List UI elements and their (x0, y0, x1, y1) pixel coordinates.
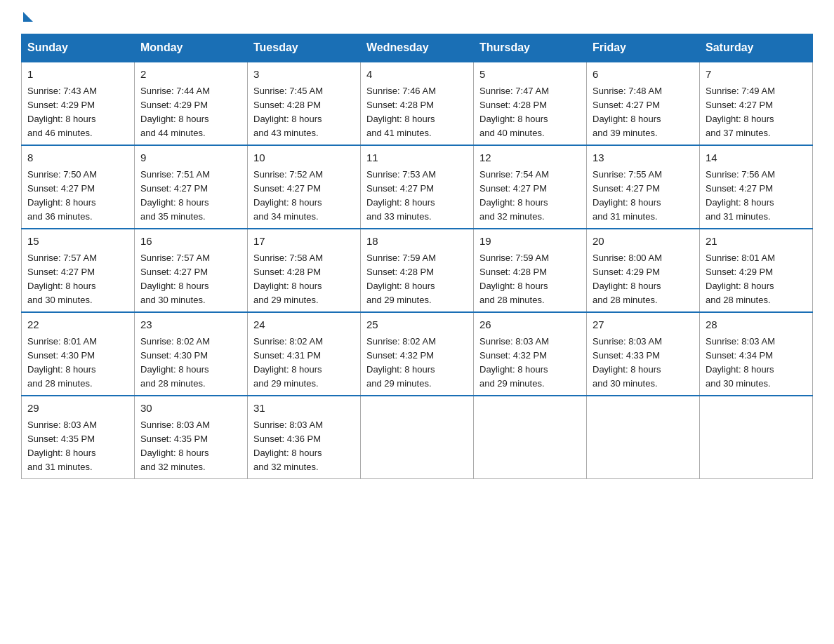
day-number: 26 (479, 317, 581, 333)
calendar-cell: 14Sunrise: 7:56 AMSunset: 4:27 PMDayligh… (700, 145, 813, 229)
calendar-cell: 3Sunrise: 7:45 AMSunset: 4:28 PMDaylight… (248, 62, 361, 145)
calendar-week-row: 29Sunrise: 8:03 AMSunset: 4:35 PMDayligh… (22, 396, 813, 479)
calendar-cell: 22Sunrise: 8:01 AMSunset: 4:30 PMDayligh… (22, 312, 135, 396)
calendar-cell: 1Sunrise: 7:43 AMSunset: 4:29 PMDaylight… (22, 62, 135, 145)
day-number: 15 (27, 234, 128, 250)
day-number: 13 (593, 150, 694, 166)
calendar-cell: 9Sunrise: 7:51 AMSunset: 4:27 PMDaylight… (135, 145, 248, 229)
calendar-week-row: 15Sunrise: 7:57 AMSunset: 4:27 PMDayligh… (22, 229, 813, 312)
day-info: Sunrise: 8:03 AMSunset: 4:35 PMDaylight:… (27, 418, 128, 475)
day-info: Sunrise: 7:48 AMSunset: 4:27 PMDaylight:… (593, 84, 694, 141)
day-number: 12 (479, 150, 581, 166)
calendar-cell: 15Sunrise: 7:57 AMSunset: 4:27 PMDayligh… (22, 229, 135, 312)
day-info: Sunrise: 7:50 AMSunset: 4:27 PMDaylight:… (27, 168, 128, 224)
day-number: 14 (706, 150, 807, 166)
day-info: Sunrise: 7:59 AMSunset: 4:28 PMDaylight:… (479, 251, 581, 308)
calendar-cell (700, 396, 813, 479)
calendar-body: 1Sunrise: 7:43 AMSunset: 4:29 PMDaylight… (22, 62, 813, 479)
day-info: Sunrise: 7:45 AMSunset: 4:28 PMDaylight:… (253, 84, 355, 141)
calendar-cell: 31Sunrise: 8:03 AMSunset: 4:36 PMDayligh… (248, 396, 361, 479)
day-number: 10 (253, 150, 355, 166)
day-info: Sunrise: 8:03 AMSunset: 4:35 PMDaylight:… (140, 418, 241, 475)
logo (21, 14, 33, 21)
calendar-cell: 30Sunrise: 8:03 AMSunset: 4:35 PMDayligh… (135, 396, 248, 479)
day-info: Sunrise: 8:02 AMSunset: 4:31 PMDaylight:… (253, 335, 355, 391)
day-info: Sunrise: 7:53 AMSunset: 4:27 PMDaylight:… (366, 168, 468, 224)
day-number: 3 (253, 67, 355, 83)
day-info: Sunrise: 8:02 AMSunset: 4:32 PMDaylight:… (366, 335, 468, 391)
day-number: 24 (253, 317, 355, 333)
day-info: Sunrise: 7:52 AMSunset: 4:27 PMDaylight:… (253, 168, 355, 224)
day-info: Sunrise: 7:46 AMSunset: 4:28 PMDaylight:… (366, 84, 468, 141)
day-info: Sunrise: 7:57 AMSunset: 4:27 PMDaylight:… (140, 251, 241, 308)
weekday-header-friday: Friday (587, 34, 700, 62)
calendar-cell: 4Sunrise: 7:46 AMSunset: 4:28 PMDaylight… (361, 62, 474, 145)
calendar-cell: 5Sunrise: 7:47 AMSunset: 4:28 PMDaylight… (474, 62, 587, 145)
day-info: Sunrise: 8:03 AMSunset: 4:34 PMDaylight:… (706, 335, 807, 391)
calendar-header: SundayMondayTuesdayWednesdayThursdayFrid… (22, 34, 813, 62)
day-number: 9 (140, 150, 241, 166)
day-number: 20 (593, 234, 694, 250)
calendar-cell (361, 396, 474, 479)
day-number: 25 (366, 317, 468, 333)
day-number: 23 (140, 317, 241, 333)
calendar-cell: 25Sunrise: 8:02 AMSunset: 4:32 PMDayligh… (361, 312, 474, 396)
day-number: 11 (366, 150, 468, 166)
day-number: 28 (706, 317, 807, 333)
logo-top (21, 14, 33, 24)
weekday-header-row: SundayMondayTuesdayWednesdayThursdayFrid… (22, 34, 813, 62)
calendar-cell: 23Sunrise: 8:02 AMSunset: 4:30 PMDayligh… (135, 312, 248, 396)
day-number: 6 (593, 67, 694, 83)
weekday-header-wednesday: Wednesday (361, 34, 474, 62)
day-number: 19 (479, 234, 581, 250)
calendar-cell: 21Sunrise: 8:01 AMSunset: 4:29 PMDayligh… (700, 229, 813, 312)
day-number: 31 (253, 401, 355, 417)
day-info: Sunrise: 7:58 AMSunset: 4:28 PMDaylight:… (253, 251, 355, 308)
calendar-cell (474, 396, 587, 479)
day-info: Sunrise: 7:59 AMSunset: 4:28 PMDaylight:… (366, 251, 468, 308)
day-number: 5 (479, 67, 581, 83)
day-number: 1 (27, 67, 128, 83)
day-info: Sunrise: 7:44 AMSunset: 4:29 PMDaylight:… (140, 84, 241, 141)
day-number: 22 (27, 317, 128, 333)
weekday-header-monday: Monday (135, 34, 248, 62)
day-number: 4 (366, 67, 468, 83)
calendar-cell: 12Sunrise: 7:54 AMSunset: 4:27 PMDayligh… (474, 145, 587, 229)
weekday-header-sunday: Sunday (22, 34, 135, 62)
calendar-cell: 24Sunrise: 8:02 AMSunset: 4:31 PMDayligh… (248, 312, 361, 396)
calendar-cell: 11Sunrise: 7:53 AMSunset: 4:27 PMDayligh… (361, 145, 474, 229)
day-info: Sunrise: 7:51 AMSunset: 4:27 PMDaylight:… (140, 168, 241, 224)
day-info: Sunrise: 7:57 AMSunset: 4:27 PMDaylight:… (27, 251, 128, 308)
day-info: Sunrise: 7:56 AMSunset: 4:27 PMDaylight:… (706, 168, 807, 224)
day-number: 17 (253, 234, 355, 250)
day-number: 27 (593, 317, 694, 333)
weekday-header-thursday: Thursday (474, 34, 587, 62)
day-info: Sunrise: 7:43 AMSunset: 4:29 PMDaylight:… (27, 84, 128, 141)
calendar-cell (587, 396, 700, 479)
day-info: Sunrise: 8:00 AMSunset: 4:29 PMDaylight:… (593, 251, 694, 308)
calendar-cell: 18Sunrise: 7:59 AMSunset: 4:28 PMDayligh… (361, 229, 474, 312)
day-info: Sunrise: 8:03 AMSunset: 4:36 PMDaylight:… (253, 418, 355, 475)
logo-arrow-icon (23, 12, 33, 22)
calendar-cell: 13Sunrise: 7:55 AMSunset: 4:27 PMDayligh… (587, 145, 700, 229)
calendar-cell: 28Sunrise: 8:03 AMSunset: 4:34 PMDayligh… (700, 312, 813, 396)
calendar-cell: 29Sunrise: 8:03 AMSunset: 4:35 PMDayligh… (22, 396, 135, 479)
page-header (21, 14, 813, 21)
calendar-cell: 16Sunrise: 7:57 AMSunset: 4:27 PMDayligh… (135, 229, 248, 312)
calendar-cell: 26Sunrise: 8:03 AMSunset: 4:32 PMDayligh… (474, 312, 587, 396)
day-number: 7 (706, 67, 807, 83)
day-info: Sunrise: 8:02 AMSunset: 4:30 PMDaylight:… (140, 335, 241, 391)
day-number: 30 (140, 401, 241, 417)
calendar-cell: 20Sunrise: 8:00 AMSunset: 4:29 PMDayligh… (587, 229, 700, 312)
day-info: Sunrise: 8:01 AMSunset: 4:29 PMDaylight:… (706, 251, 807, 308)
day-number: 21 (706, 234, 807, 250)
day-info: Sunrise: 7:49 AMSunset: 4:27 PMDaylight:… (706, 84, 807, 141)
calendar-cell: 7Sunrise: 7:49 AMSunset: 4:27 PMDaylight… (700, 62, 813, 145)
day-info: Sunrise: 8:01 AMSunset: 4:30 PMDaylight:… (27, 335, 128, 391)
day-info: Sunrise: 7:47 AMSunset: 4:28 PMDaylight:… (479, 84, 581, 141)
calendar-cell: 19Sunrise: 7:59 AMSunset: 4:28 PMDayligh… (474, 229, 587, 312)
calendar-week-row: 8Sunrise: 7:50 AMSunset: 4:27 PMDaylight… (22, 145, 813, 229)
calendar-cell: 10Sunrise: 7:52 AMSunset: 4:27 PMDayligh… (248, 145, 361, 229)
day-number: 18 (366, 234, 468, 250)
day-number: 29 (27, 401, 128, 417)
